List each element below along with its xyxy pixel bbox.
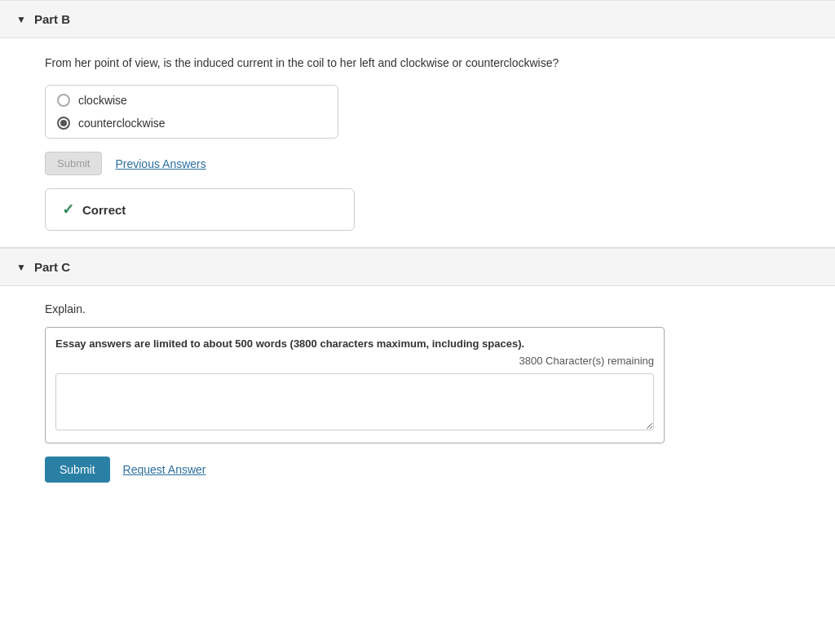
option-clockwise[interactable]: clockwise xyxy=(57,94,326,107)
option-counterclockwise[interactable]: counterclockwise xyxy=(57,117,326,130)
part-b-section: ▼ Part B From her point of view, is the … xyxy=(0,0,835,247)
correct-label: Correct xyxy=(82,203,126,217)
essay-hint: Essay answers are limited to about 500 w… xyxy=(55,337,654,350)
part-c-header[interactable]: ▼ Part C xyxy=(0,248,835,286)
part-b-toggle-icon[interactable]: ▼ xyxy=(16,14,26,25)
option-counterclockwise-label: counterclockwise xyxy=(78,117,166,130)
char-remaining: 3800 Character(s) remaining xyxy=(55,355,654,367)
part-c-request-answer-link[interactable]: Request Answer xyxy=(123,463,206,476)
part-b-previous-answers-link[interactable]: Previous Answers xyxy=(115,157,205,170)
part-b-action-row: Submit Previous Answers xyxy=(45,152,790,175)
part-b-radio-group: clockwise counterclockwise xyxy=(45,85,338,139)
essay-box: Essay answers are limited to about 500 w… xyxy=(45,327,665,443)
essay-textarea[interactable] xyxy=(55,373,654,430)
part-b-content: From her point of view, is the induced c… xyxy=(0,38,835,247)
part-b-correct-box: ✓ Correct xyxy=(45,188,355,231)
option-clockwise-label: clockwise xyxy=(78,94,127,107)
part-b-question: From her point of view, is the induced c… xyxy=(45,55,790,72)
part-c-content: Explain. Essay answers are limited to ab… xyxy=(0,286,835,512)
part-b-label: Part B xyxy=(34,12,70,26)
part-c-action-row: Submit Request Answer xyxy=(45,457,790,483)
part-c-submit-button[interactable]: Submit xyxy=(45,457,110,483)
part-b-submit-button[interactable]: Submit xyxy=(45,152,102,175)
radio-clockwise[interactable] xyxy=(57,94,70,107)
part-b-header[interactable]: ▼ Part B xyxy=(0,0,835,38)
checkmark-icon: ✓ xyxy=(62,201,74,218)
part-c-toggle-icon[interactable]: ▼ xyxy=(16,262,26,273)
part-c-explain-text: Explain. xyxy=(45,302,790,315)
part-c-label: Part C xyxy=(34,260,70,274)
radio-counterclockwise[interactable] xyxy=(57,117,70,130)
part-c-section: ▼ Part C Explain. Essay answers are limi… xyxy=(0,248,835,512)
